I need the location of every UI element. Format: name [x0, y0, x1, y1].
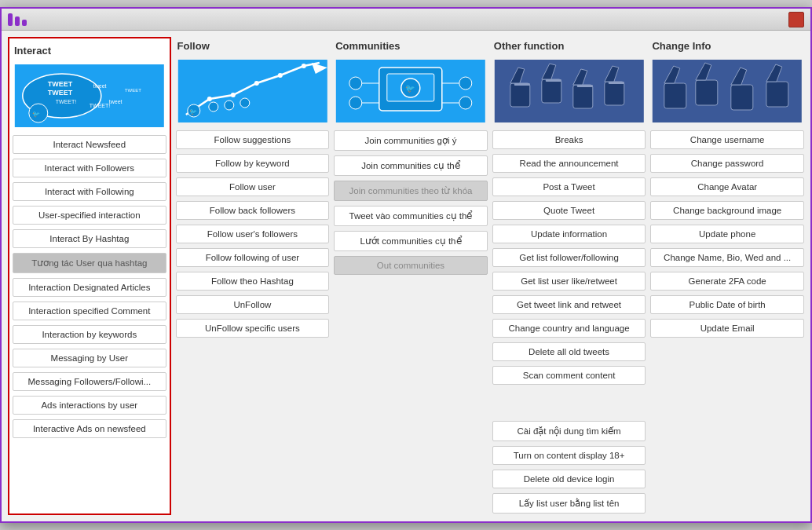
svg-point-12 [207, 97, 211, 101]
btn-communities-4[interactable]: Lướt communities cụ thể [334, 231, 488, 251]
svg-point-22 [240, 98, 249, 108]
btn-follow-0[interactable]: Follow suggestions [176, 130, 330, 149]
btn-interact-10[interactable]: Messaging Followers/Followi... [13, 372, 166, 391]
btn-other-16[interactable]: Lấy list user bằng list tên [492, 493, 646, 514]
btn-changeinfo-3[interactable]: Change background image [650, 201, 804, 220]
column-other: Other function BreaksRead the announceme… [492, 37, 646, 515]
btn-interact-5[interactable]: Tương tác User qua hashtag [13, 253, 166, 273]
btn-other-15[interactable]: Delete old device login [492, 470, 646, 488]
svg-text:🐦: 🐦 [405, 83, 415, 93]
btn-changeinfo-6[interactable]: Generate 2FA code [650, 272, 804, 291]
svg-rect-37 [510, 83, 530, 107]
svg-text:TWEET!: TWEET! [90, 103, 110, 108]
column-header-communities: Communities [334, 37, 488, 57]
btn-follow-2[interactable]: Follow user [176, 177, 330, 196]
main-window: Interact TWEET TWEET TWEET! 🐦 tweet twee… [0, 7, 812, 523]
btn-other-6[interactable]: Get list user like/retweet [492, 272, 646, 291]
btn-communities-2[interactable]: Join communities theo từ khóa [334, 181, 488, 201]
svg-rect-52 [696, 80, 718, 105]
btn-interact-12[interactable]: Interactive Ads on newsfeed [13, 419, 166, 438]
btn-follow-1[interactable]: Follow by keyword [176, 154, 330, 173]
btn-other-4[interactable]: Update information [492, 225, 646, 243]
btn-interact-4[interactable]: Interact By Hashtag [13, 229, 166, 248]
btn-follow-5[interactable]: Follow following of user [176, 248, 330, 267]
svg-point-15 [277, 73, 282, 78]
btn-follow-3[interactable]: Follow back followers [176, 201, 330, 220]
btn-other-0[interactable]: Breaks [492, 130, 646, 149]
btn-interact-6[interactable]: Interaction Designated Articles [13, 278, 166, 297]
spacer-other-12 [492, 405, 646, 418]
svg-text:tweet: tweet [109, 99, 123, 104]
column-interact: Interact TWEET TWEET TWEET! 🐦 tweet twee… [8, 37, 171, 515]
svg-rect-42 [546, 79, 561, 82]
btn-other-2[interactable]: Post a Tweet [492, 177, 646, 196]
btn-communities-3[interactable]: Tweet vào communities cụ thể [334, 206, 488, 226]
svg-text:tweet: tweet [93, 83, 107, 89]
app-logo [8, 13, 27, 26]
content-area: Interact TWEET TWEET TWEET! 🐦 tweet twee… [2, 31, 810, 521]
column-image-communities: 🐦 [334, 60, 488, 122]
btn-changeinfo-4[interactable]: Update phone [650, 225, 804, 243]
btn-other-1[interactable]: Read the announcement [492, 154, 646, 173]
column-follow: Follow 🐦 Follow suggestionsFollow by key… [176, 37, 330, 515]
column-header-changeinfo: Change Info [650, 37, 804, 57]
btn-changeinfo-0[interactable]: Change username [650, 130, 804, 149]
btn-interact-11[interactable]: Ads interactions by user [13, 396, 166, 415]
svg-point-14 [254, 81, 258, 86]
btn-interact-8[interactable]: Interaction by keywords [13, 325, 166, 344]
btn-interact-0[interactable]: Interact Newsfeed [13, 135, 166, 154]
btn-changeinfo-1[interactable]: Change password [650, 154, 804, 173]
btn-follow-4[interactable]: Follow user's followers [176, 225, 330, 243]
svg-point-20 [208, 102, 218, 111]
close-button[interactable] [788, 12, 804, 27]
svg-point-29 [349, 97, 362, 109]
svg-point-13 [230, 93, 235, 97]
btn-changeinfo-7[interactable]: Public Date of birth [650, 295, 804, 314]
svg-rect-40 [542, 79, 561, 103]
btn-communities-5[interactable]: Out communities [334, 256, 488, 275]
svg-rect-45 [577, 85, 593, 87]
titlebar [2, 9, 810, 31]
column-header-other: Other function [492, 37, 646, 57]
svg-rect-11 [177, 60, 327, 122]
btn-interact-1[interactable]: Interact with Followers [13, 159, 166, 177]
svg-rect-48 [609, 82, 624, 84]
svg-rect-39 [514, 83, 530, 86]
btn-interact-3[interactable]: User-specified interaction [13, 206, 166, 225]
svg-rect-50 [664, 83, 686, 108]
column-communities: Communities 🐦 Join communities gợi ýJoin… [334, 37, 488, 515]
svg-point-28 [349, 77, 362, 90]
btn-interact-7[interactable]: Interaction specified Comment [13, 302, 166, 320]
column-image-interact: TWEET TWEET TWEET! 🐦 tweet tweet TWEET! … [13, 64, 166, 127]
btn-other-3[interactable]: Quote Tweet [492, 201, 646, 220]
svg-point-31 [459, 97, 472, 109]
btn-other-14[interactable]: Turn on content display 18+ [492, 446, 646, 465]
column-header-follow: Follow [176, 37, 330, 57]
svg-rect-56 [766, 82, 788, 107]
btn-changeinfo-8[interactable]: Update Email [650, 319, 804, 338]
btn-other-13[interactable]: Cài đặt nội dung tìm kiếm [492, 421, 646, 441]
btn-communities-1[interactable]: Join communities cụ thể [334, 155, 488, 176]
logo-bar-2 [15, 16, 20, 26]
svg-rect-46 [605, 82, 624, 105]
spacer-other-11 [492, 389, 646, 402]
svg-text:TWEET: TWEET [125, 88, 141, 93]
column-changeinfo: Change Info Change usernameChange passwo… [650, 37, 804, 515]
btn-other-5[interactable]: Get list follower/following [492, 248, 646, 267]
btn-changeinfo-5[interactable]: Change Name, Bio, Wed and ... [650, 248, 804, 267]
btn-interact-2[interactable]: Interact with Following [13, 182, 166, 201]
btn-other-9[interactable]: Delete all old tweets [492, 342, 646, 361]
svg-point-21 [224, 101, 233, 110]
btn-interact-9[interactable]: Messaging by User [13, 349, 166, 367]
btn-other-7[interactable]: Get tweet link and retweet [492, 295, 646, 314]
btn-communities-0[interactable]: Join communities gợi ý [334, 130, 488, 151]
column-image-other [492, 60, 646, 122]
btn-other-8[interactable]: Change country and language [492, 319, 646, 338]
btn-other-10[interactable]: Scan comment content [492, 366, 646, 385]
btn-follow-6[interactable]: Follow theo Hashtag [176, 272, 330, 291]
svg-rect-54 [731, 85, 753, 110]
btn-changeinfo-2[interactable]: Change Avatar [650, 177, 804, 196]
btn-follow-7[interactable]: UnFollow [176, 295, 330, 314]
logo-bar-3 [22, 20, 27, 26]
btn-follow-8[interactable]: UnFollow specific users [176, 319, 330, 338]
